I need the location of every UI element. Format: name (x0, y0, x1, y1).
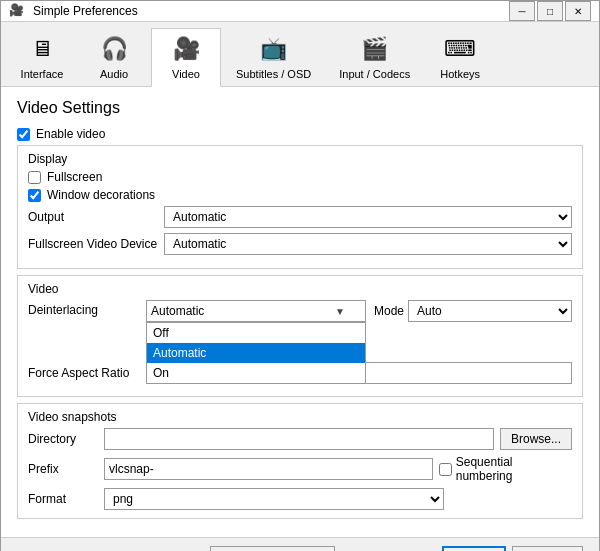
deinterlacing-dropdown[interactable]: Automatic ▼ Off Automatic On (146, 300, 366, 322)
mode-wrapper: Mode Auto (374, 300, 572, 322)
tab-audio[interactable]: 🎧 Audio (79, 28, 149, 86)
window-decorations-label: Window decorations (47, 188, 155, 202)
main-window: 🎥 Simple Preferences ─ □ ✕ 🖥 Interface 🎧… (0, 0, 600, 551)
display-label: Display (28, 152, 572, 166)
footer-left: Show settings Simple All Reset Preferenc… (17, 546, 434, 551)
output-select[interactable]: Automatic (164, 206, 572, 228)
deinterlacing-option-automatic[interactable]: Automatic (147, 343, 365, 363)
window-decorations-checkbox[interactable] (28, 189, 41, 202)
save-button[interactable]: Save (442, 546, 505, 551)
sequential-numbering-checkbox[interactable] (439, 463, 452, 476)
window-decorations-row: Window decorations (28, 188, 572, 202)
fullscreen-checkbox[interactable] (28, 171, 41, 184)
output-row: Output Automatic (28, 206, 572, 228)
minimize-button[interactable]: ─ (509, 1, 535, 21)
tab-hotkeys[interactable]: ⌨ Hotkeys (425, 28, 495, 86)
video-icon: 🎥 (170, 33, 202, 65)
fullscreen-device-label: Fullscreen Video Device (28, 237, 158, 251)
mode-select[interactable]: Auto (408, 300, 572, 322)
sequential-numbering-container: Sequential numbering (439, 455, 572, 483)
deinterlacing-option-on[interactable]: On (147, 363, 365, 383)
sequential-numbering-label: Sequential numbering (456, 455, 572, 483)
prefix-row: Prefix Sequential numbering (28, 455, 572, 483)
prefix-input[interactable] (104, 458, 433, 480)
directory-input[interactable] (104, 428, 494, 450)
tab-input[interactable]: 🎬 Input / Codecs (326, 28, 423, 86)
hotkeys-icon: ⌨ (444, 33, 476, 65)
tab-video[interactable]: 🎥 Video (151, 28, 221, 87)
directory-row: Directory Browse... (28, 428, 572, 450)
audio-icon: 🎧 (98, 33, 130, 65)
window-title: Simple Preferences (33, 4, 501, 18)
deinterlacing-option-off[interactable]: Off (147, 323, 365, 343)
fullscreen-device-row: Fullscreen Video Device Automatic (28, 233, 572, 255)
video-snapshots-label: Video snapshots (28, 410, 572, 424)
tab-interface[interactable]: 🖥 Interface (7, 28, 77, 86)
deinterlacing-list: Off Automatic On (146, 322, 366, 384)
dropdown-arrow-icon: ▼ (335, 306, 345, 317)
video-snapshots-section: Video snapshots Directory Browse... Pref… (17, 403, 583, 519)
output-label: Output (28, 210, 158, 224)
interface-icon: 🖥 (26, 33, 58, 65)
subtitles-icon: 📺 (258, 33, 290, 65)
directory-label: Directory (28, 432, 98, 446)
format-label: Format (28, 492, 98, 506)
fullscreen-device-select[interactable]: Automatic (164, 233, 572, 255)
title-bar: 🎥 Simple Preferences ─ □ ✕ (1, 1, 599, 22)
footer-right: Save Cancel (442, 546, 583, 551)
app-icon: 🎥 (9, 3, 25, 19)
prefix-label: Prefix (28, 462, 98, 476)
display-section: Display Fullscreen Window decorations Ou… (17, 145, 583, 269)
force-ar-label: Force Aspect Ratio (28, 366, 138, 380)
format-select[interactable]: png jpg tiff (104, 488, 444, 510)
fullscreen-label: Fullscreen (47, 170, 102, 184)
window-controls: ─ □ ✕ (509, 1, 591, 21)
browse-button[interactable]: Browse... (500, 428, 572, 450)
page-title: Video Settings (17, 99, 583, 117)
enable-video-checkbox[interactable] (17, 128, 30, 141)
fullscreen-row: Fullscreen (28, 170, 572, 184)
input-icon: 🎬 (359, 33, 391, 65)
deinterlacing-value: Automatic (151, 304, 204, 318)
footer: Show settings Simple All Reset Preferenc… (1, 537, 599, 551)
cancel-button[interactable]: Cancel (512, 546, 583, 551)
video-section: Video Deinterlacing Automatic ▼ Off Auto… (17, 275, 583, 397)
tab-subtitles[interactable]: 📺 Subtitles / OSD (223, 28, 324, 86)
content-area: Video Settings Enable video Display Full… (1, 87, 599, 537)
maximize-button[interactable]: □ (537, 1, 563, 21)
enable-video-label: Enable video (36, 127, 105, 141)
reset-preferences-button[interactable]: Reset Preferences (210, 546, 335, 551)
mode-label: Mode (374, 304, 404, 318)
deinterlacing-display[interactable]: Automatic ▼ (146, 300, 366, 322)
tab-bar: 🖥 Interface 🎧 Audio 🎥 Video 📺 Subtitles … (1, 22, 599, 87)
close-button[interactable]: ✕ (565, 1, 591, 21)
format-row: Format png jpg tiff (28, 488, 572, 510)
deinterlacing-label: Deinterlacing (28, 300, 138, 317)
enable-video-row: Enable video (17, 127, 583, 141)
video-section-label: Video (28, 282, 572, 296)
deinterlacing-row: Deinterlacing Automatic ▼ Off Automatic … (28, 300, 572, 322)
